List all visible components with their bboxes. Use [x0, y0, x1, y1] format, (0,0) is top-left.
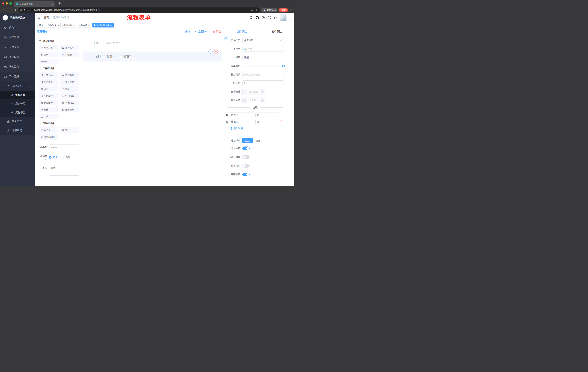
component-type-select[interactable]: 多选框组	[242, 38, 284, 43]
sidebar-item-user-group[interactable]: 用户分组	[0, 99, 35, 108]
option-label-input[interactable]	[230, 119, 254, 124]
browser-tab[interactable]: 芋道管理系统	[14, 1, 55, 7]
tag-process-form-edit[interactable]: 流程表单-编辑 ×	[92, 23, 114, 28]
remove-option-icon[interactable]	[280, 120, 284, 123]
palette-item-date-picker[interactable]: 日期选择	[39, 100, 58, 105]
drag-handle-icon[interactable]	[226, 120, 228, 123]
option-value-input[interactable]	[255, 112, 279, 117]
tag-close-icon[interactable]: ×	[73, 24, 74, 26]
palette-item-row-container[interactable]: 行容器	[39, 127, 58, 133]
phone-field-input[interactable]	[103, 40, 219, 46]
gender-field-selected[interactable]: 性别 选项一 选项二	[83, 52, 222, 62]
password-key-icon[interactable]	[251, 9, 254, 11]
plus-button[interactable]: +	[260, 89, 265, 95]
reload-icon[interactable]	[13, 8, 17, 12]
palette-item-editor[interactable]: 编辑器	[39, 59, 58, 64]
border-toggle[interactable]	[242, 155, 250, 159]
search-icon[interactable]	[250, 16, 253, 19]
tab-form-props[interactable]: 表单属性	[259, 28, 294, 35]
minus-button[interactable]: −	[242, 89, 247, 95]
palette-item-cascade[interactable]: 级联选择	[60, 72, 79, 78]
save-button[interactable]: 保存	[181, 30, 190, 33]
sidebar-item-system[interactable]: 系统管理	[0, 32, 35, 42]
option-value-input[interactable]	[255, 119, 279, 124]
bookmark-star-icon[interactable]	[255, 9, 258, 11]
link-icon[interactable]	[224, 36, 228, 40]
clear-button[interactable]: 清空	[212, 30, 221, 33]
tag-process-definition[interactable]: 流程定义 ×	[46, 23, 61, 28]
palette-item-checkbox-group[interactable]: 多选框组	[60, 79, 79, 85]
form-remark-textarea[interactable]: 嘿嘿	[49, 165, 79, 176]
sidebar-item-process-management[interactable]: 流程管理	[0, 82, 35, 91]
copy-component-button[interactable]	[209, 50, 212, 53]
label-width-input[interactable]	[242, 72, 284, 77]
gender-option1-checkbox[interactable]: 选项一	[103, 55, 115, 58]
tag-close-icon[interactable]: ×	[88, 24, 90, 26]
style-button-button[interactable]: 按钮	[253, 138, 263, 143]
avatar-caret-down-icon[interactable]	[289, 19, 291, 20]
sidebar-item-leave-query[interactable]: 请假查询	[0, 126, 35, 135]
sidebar-item-process-model[interactable]: 流程模型	[0, 108, 35, 117]
option-label-input[interactable]	[230, 112, 254, 117]
add-option-button[interactable]: 添加选项	[230, 127, 284, 130]
browser-menu-icon[interactable]	[289, 9, 292, 11]
palette-item-switch[interactable]: 开关	[39, 86, 58, 92]
form-name-input[interactable]	[49, 144, 79, 150]
style-default-button[interactable]: 默认	[242, 138, 253, 143]
slider-track[interactable]	[242, 66, 284, 66]
tag-close-icon[interactable]: ×	[111, 24, 113, 26]
tag-close-icon[interactable]: ×	[57, 24, 59, 26]
field-name-input[interactable]	[242, 46, 284, 52]
sidebar-item-infra[interactable]: 基础设施	[0, 52, 35, 62]
maximize-window-button[interactable]	[10, 2, 12, 5]
minus-button[interactable]: −	[242, 97, 247, 103]
remove-option-icon[interactable]	[280, 113, 284, 117]
show-label-toggle[interactable]	[242, 147, 250, 150]
min-select-input[interactable]	[247, 89, 260, 95]
palette-item-single-text[interactable]: 单行文本	[39, 45, 58, 50]
sidebar-item-process-form[interactable]: 流程表单	[0, 91, 35, 99]
grid-slider[interactable]	[242, 63, 284, 69]
url-bar[interactable]: 不安全 dashboard.yudao.iocoder.cn/bpm/manag…	[18, 8, 260, 12]
palette-item-color-picker[interactable]: 颜色选择	[60, 107, 79, 112]
sidebar-logo[interactable]: 芋道管理系统	[0, 13, 35, 22]
collapse-sidebar-icon[interactable]	[37, 16, 41, 19]
drag-handle-icon[interactable]	[226, 114, 228, 116]
tag-process-model[interactable]: 流程模型 ×	[62, 23, 76, 28]
sidebar-item-home[interactable]: 首页	[0, 22, 35, 32]
delete-component-button[interactable]	[214, 50, 218, 53]
status-on-radio[interactable]: 开启	[49, 156, 57, 159]
palette-item-counter[interactable]: 123计数器	[60, 52, 79, 57]
palette-item-upload[interactable]: 上传	[39, 114, 58, 119]
palette-item-button[interactable]: 按钮	[60, 127, 79, 133]
sidebar-item-task-management[interactable]: 任务管理	[0, 117, 35, 126]
title-input[interactable]	[242, 55, 284, 60]
new-tab-button[interactable]	[58, 2, 61, 5]
palette-item-radio-group[interactable]: 单选框组	[39, 79, 58, 85]
tab-close-icon[interactable]	[51, 3, 53, 5]
sidebar-item-payment[interactable]: ¥ 支付管理	[0, 42, 35, 52]
tab-component-props[interactable]: 组件属性	[224, 28, 259, 35]
plus-button[interactable]: +	[260, 97, 265, 103]
palette-item-time-picker[interactable]: 时间选择	[39, 93, 58, 98]
palette-item-time-range[interactable]: 时间范围	[60, 93, 79, 98]
disabled-toggle[interactable]	[242, 164, 250, 168]
palette-item-password[interactable]: 密码	[39, 52, 58, 57]
breadcrumb-home[interactable]: 首页	[44, 16, 49, 19]
palette-item-rate[interactable]: 评分	[39, 107, 58, 112]
security-warning[interactable]: 不安全	[20, 8, 31, 12]
slider-handle[interactable]	[282, 65, 285, 67]
status-off-radio[interactable]: 关闭	[61, 156, 70, 159]
palette-item-slider[interactable]: 滑块	[60, 86, 79, 92]
palette-item-select[interactable]: 下拉选择	[39, 72, 58, 78]
view-json-button[interactable]: 查看json	[194, 30, 208, 33]
sidebar-item-workflow[interactable]: 工作流程	[0, 72, 35, 82]
user-avatar[interactable]	[280, 14, 286, 21]
palette-item-table[interactable]: 表格[开发中]	[39, 134, 58, 139]
back-icon[interactable]	[2, 8, 6, 12]
palette-item-multi-text[interactable]: 多行文本	[60, 45, 79, 50]
minimize-window-button[interactable]	[6, 2, 8, 5]
default-value-input[interactable]	[242, 80, 284, 86]
tag-home[interactable]: 首页	[37, 23, 45, 28]
gender-option2-checkbox[interactable]: 选项二	[120, 55, 132, 58]
